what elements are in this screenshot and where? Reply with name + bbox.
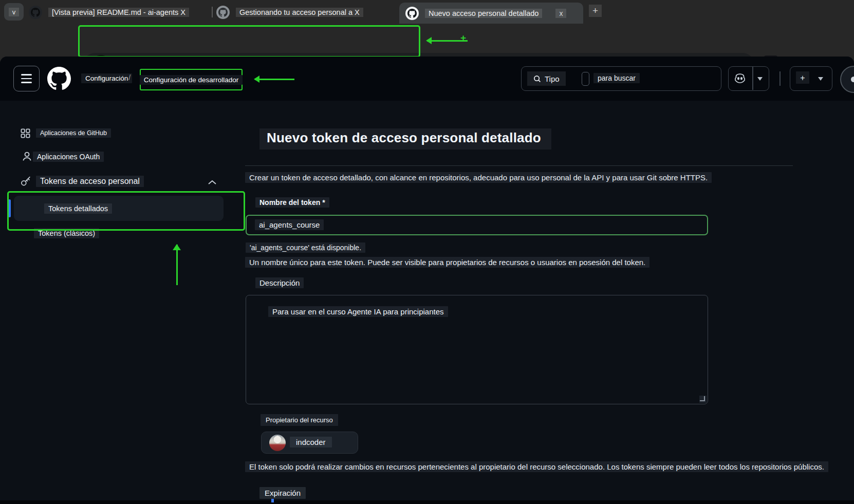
vertical-tabs-button[interactable]: v [4, 3, 24, 21]
sidebar-item-github-apps[interactable]: Aplicaciones de GitHub [36, 128, 111, 138]
new-tab-button[interactable]: + [589, 5, 602, 17]
screen: v [Vista previa] README.md - ai-agents X… [0, 0, 854, 504]
settings-content: Aplicaciones de GitHub Aplicaciones OAut… [0, 101, 854, 504]
hamburger-menu-button[interactable] [13, 66, 40, 91]
chevron-down-icon[interactable] [757, 77, 763, 83]
description-textarea[interactable]: Para usar en el curso Agente IA para pri… [246, 295, 708, 404]
token-name-input[interactable]: ai_agents_course [246, 215, 708, 235]
owner-avatar [269, 435, 286, 451]
expiration-label: Expiración [259, 487, 306, 499]
token-name-value: ai_agents_course [255, 219, 324, 230]
token-name-availability: 'ai_agents_course' está disponible. [246, 242, 365, 253]
breadcrumb-settings-link[interactable]: Configuración [81, 73, 132, 83]
chevron-down-icon[interactable] [818, 77, 823, 83]
annotation-plus: + [460, 32, 466, 44]
owner-name: indcoder [290, 437, 332, 447]
page-title: Nuevo token de acceso personal detallado [259, 128, 551, 150]
browser-tab-bar: v [Vista previa] README.md - ai-agents X… [0, 0, 854, 24]
annotation-box-sidebar [7, 191, 245, 231]
tab-title: Gestionando tu acceso personal a X [236, 8, 363, 17]
github-favicon [405, 7, 419, 20]
key-icon [20, 175, 32, 188]
annotation-arrow-breadcrumb [250, 76, 294, 83]
header-divider [779, 71, 781, 86]
create-new-button[interactable]: + [790, 66, 832, 91]
resize-grip-icon[interactable] [699, 396, 707, 403]
browser-toolbar: Ô https://github.com/settings/personal-a… [0, 24, 854, 57]
vertical-tabs-label: v [9, 8, 20, 16]
search-kbd-slash [582, 72, 589, 86]
tab-title: Nuevo acceso personal detallado [425, 9, 542, 18]
avatar[interactable] [840, 66, 854, 93]
copilot-button[interactable] [728, 66, 769, 91]
token-name-label: Nombre del token * [255, 197, 329, 208]
annotation-box-url [78, 25, 420, 58]
person-icon [22, 151, 32, 162]
token-name-help: Un nombre único para este token. Puede s… [245, 257, 649, 268]
tab-managing-access[interactable]: Gestionando tu acceso personal a X [216, 2, 395, 23]
tab-title: [Vista previa] README.md - ai-agents X [48, 8, 189, 17]
plus-icon: + [796, 71, 809, 84]
sidebar-item-personal-access-tokens[interactable]: Tokens de acceso personal [36, 176, 144, 187]
copilot-face-icon [733, 72, 747, 85]
resource-owner-label: Propietario del recurso [261, 414, 338, 426]
search-suffix: para buscar [593, 73, 640, 83]
sidebar-item-oauth-apps[interactable]: Aplicaciones OAuth [33, 152, 104, 162]
intro-text: Crear un token de acceso detallado, con … [245, 172, 712, 183]
chevron-up-icon[interactable] [207, 178, 217, 186]
search-lead: Tipo [527, 71, 566, 86]
tab-close-icon[interactable]: x [555, 9, 566, 18]
tab-readme-preview[interactable]: [Vista previa] README.md - ai-agents X [29, 2, 210, 23]
breadcrumb-developer-settings[interactable]: Configuración de desarrollador [140, 75, 243, 85]
tab-separator [212, 7, 213, 17]
search-input[interactable]: Tipo para buscar [521, 66, 721, 91]
bottom-edge [0, 500, 854, 504]
search-icon [533, 75, 541, 83]
heading-divider [245, 165, 793, 166]
github-logo-icon[interactable] [47, 67, 71, 90]
github-page: Configuración / Configuración de desarro… [0, 57, 854, 504]
text-cursor [271, 499, 274, 502]
breadcrumb: Configuración [81, 73, 132, 83]
description-value: Para usar en el curso Agente IA para pri… [268, 306, 448, 317]
search-label: Tipo [545, 74, 560, 83]
description-label: Descripción [255, 277, 304, 288]
github-favicon [29, 6, 42, 19]
copilot-button-divider [752, 67, 753, 90]
resource-owner-button[interactable]: indcoder [261, 432, 358, 454]
owner-note: El token solo podrá realizar cambios en … [245, 461, 828, 472]
apps-grid-icon [21, 128, 30, 138]
tab-new-token-active[interactable]: Nuevo acceso personal detallado x [399, 3, 583, 24]
annotation-box-breadcrumb: Configuración de desarrollador [140, 69, 243, 90]
breadcrumb-separator: / [128, 73, 131, 82]
annotation-arrow-sidebar [173, 240, 181, 286]
github-favicon [216, 6, 230, 19]
new-tab-label: + [589, 5, 602, 17]
github-header: Configuración / Configuración de desarro… [0, 57, 854, 101]
